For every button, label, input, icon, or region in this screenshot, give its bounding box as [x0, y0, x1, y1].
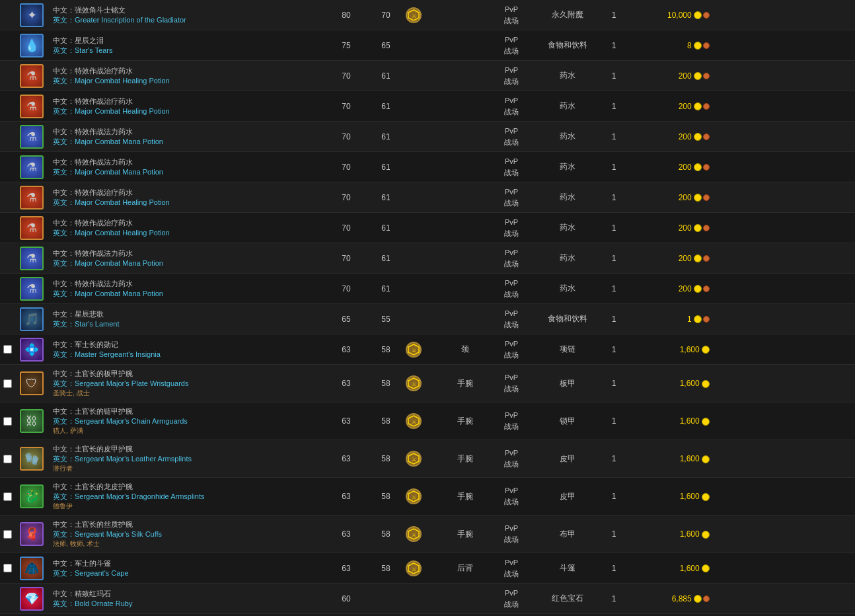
item-icon[interactable]: ⚗ [20, 64, 44, 88]
pvp-line1: PvP [505, 188, 518, 196]
item-icon-col: 🛡 [15, 371, 49, 395]
pvp-type-col: PvP战场 [485, 95, 538, 118]
item-name-en[interactable]: 英文：Major Combat Healing Potion [53, 198, 322, 208]
item-icon[interactable]: ⚗ [20, 216, 44, 240]
checkbox-col[interactable] [0, 345, 15, 354]
item-level: 63 [326, 379, 366, 388]
price-value: 1 [687, 315, 692, 324]
item-icon[interactable]: ⚗ [20, 247, 44, 270]
item-icon[interactable]: ⚗ [20, 186, 44, 210]
item-icon[interactable]: 💎 [20, 587, 44, 611]
pvp-type-col: PvP战场 [485, 4, 538, 26]
item-name-en[interactable]: 英文：Bold Ornate Ruby [53, 599, 322, 609]
item-name-en[interactable]: 英文：Star's Tears [53, 46, 322, 56]
item-icon[interactable]: 🧤 [20, 447, 44, 471]
item-name-zh: 中文：特效作战治疗药水 [53, 66, 322, 76]
item-icon[interactable]: 🧣 [20, 522, 44, 546]
copper-icon [702, 41, 710, 50]
item-name-en[interactable]: 英文：Major Combat Healing Potion [53, 106, 322, 116]
pvp-line2: 战场 [504, 17, 519, 24]
row-checkbox[interactable] [3, 530, 12, 539]
item-name-en[interactable]: 英文：Greater Inscription of the Gladiator [53, 15, 322, 25]
faction-icon: ⚔ [406, 488, 422, 504]
pvp-line1: PvP [505, 449, 518, 457]
item-name-en[interactable]: 英文：Master Sergeant's Insignia [53, 350, 322, 360]
item-icon[interactable]: 🐉 [20, 484, 44, 508]
pvp-line2: 战场 [504, 385, 519, 393]
currency-icon [692, 254, 702, 263]
item-icon[interactable]: ⚗ [20, 277, 44, 301]
item-icon[interactable]: ⚗ [20, 95, 44, 118]
row-checkbox[interactable] [3, 417, 12, 426]
price-value: 200 [679, 132, 692, 141]
price-value: 10,000 [667, 11, 692, 20]
row-checkbox[interactable] [3, 345, 12, 354]
item-icon-col: ⚗ [15, 186, 49, 210]
pvp-line2: 战场 [504, 77, 519, 85]
item-name-en[interactable]: 英文：Star's Lament [53, 319, 322, 329]
item-name-en[interactable]: 英文：Sergeant's Cape [53, 568, 322, 578]
item-icon[interactable]: ⛓ [20, 409, 44, 433]
item-req-level: 61 [366, 71, 406, 81]
item-name-en[interactable]: 英文：Major Combat Mana Potion [53, 167, 322, 177]
item-name-en[interactable]: 英文：Sergeant Major's Silk Cuffs [53, 529, 322, 539]
checkbox-col[interactable] [0, 564, 15, 572]
checkbox-col[interactable] [0, 492, 15, 501]
item-name-col: 中文：特效作战法力药水英文：Major Combat Mana Potion [49, 278, 326, 300]
item-name-en[interactable]: 英文：Major Combat Healing Potion [53, 76, 322, 86]
table-row: 🧥中文：军士的斗篷英文：Sergeant's Cape6358⚔后背PvP战场斗… [0, 553, 855, 584]
item-name-col: 中文：军士长的勋记英文：Master Sergeant's Insignia [49, 338, 326, 361]
item-name-zh: 中文：特效作战治疗药水 [53, 218, 322, 228]
checkbox-col[interactable] [0, 417, 15, 426]
item-name-col: 中文：土官长的丝质护腕英文：Sergeant Major's Silk Cuff… [49, 518, 326, 550]
pvp-line1: PvP [505, 249, 518, 256]
item-name-en[interactable]: 英文：Major Combat Mana Potion [53, 289, 322, 299]
item-icon[interactable]: 🛡 [20, 371, 44, 395]
pvp-type-col: PvP战场 [485, 308, 538, 330]
item-icon[interactable]: 🧥 [20, 557, 44, 580]
item-name-en[interactable]: 英文：Sergeant Major's Plate Wristguards [53, 379, 322, 389]
item-req-level: 61 [366, 193, 406, 202]
checkbox-col[interactable] [0, 379, 15, 388]
pvp-line2: 战场 [504, 260, 519, 268]
checkbox-col[interactable] [0, 455, 15, 463]
item-req-level: 58 [366, 529, 406, 539]
item-icon[interactable]: 🎵 [20, 307, 44, 331]
pvp-type-col: PvP战场 [485, 410, 538, 432]
item-stack: 1 [597, 132, 630, 141]
price-value: 1,600 [680, 416, 700, 426]
item-name-en[interactable]: 英文：Major Combat Healing Potion [53, 228, 322, 238]
currency-icon [692, 11, 702, 20]
item-name-en[interactable]: 英文：Sergeant Major's Dragonhide Armsplint… [53, 492, 322, 502]
item-price: 200 [630, 102, 716, 111]
row-checkbox[interactable] [3, 492, 12, 501]
item-price: 1,600 [630, 564, 716, 573]
item-icon[interactable]: 💧 [20, 34, 44, 58]
item-name-zh: 中文：特效作战法力药水 [53, 127, 322, 137]
item-icon[interactable]: ✦ [20, 3, 44, 27]
item-name-zh: 中文：军士长的勋记 [53, 340, 322, 350]
checkbox-col[interactable] [0, 530, 15, 539]
row-checkbox[interactable] [3, 379, 12, 388]
item-name-en[interactable]: 英文：Major Combat Mana Potion [53, 258, 322, 268]
pvp-line1: PvP [505, 589, 518, 597]
item-level: 63 [326, 492, 366, 501]
item-name-zh: 中文：强效角斗士铭文 [53, 5, 322, 15]
item-icon[interactable]: ⚗ [20, 155, 44, 179]
item-icon[interactable]: 💠 [20, 338, 44, 362]
price-value: 1,600 [680, 564, 700, 573]
item-icon[interactable]: ⚗ [20, 125, 44, 149]
item-name-en[interactable]: 英文：Sergeant Major's Chain Armguards [53, 416, 322, 426]
pvp-line1: PvP [505, 411, 518, 419]
row-checkbox[interactable] [3, 455, 12, 463]
currency-icon [692, 223, 702, 233]
copper-icon [702, 163, 710, 172]
item-category: 布甲 [538, 529, 597, 540]
faction-col: ⚔ [406, 526, 445, 542]
row-checkbox[interactable] [3, 564, 12, 572]
pvp-line2: 战场 [504, 570, 519, 578]
item-name-en[interactable]: 英文：Major Combat Mana Potion [53, 137, 322, 147]
faction-icon: ⚔ [406, 526, 422, 542]
currency-icon [692, 315, 702, 324]
item-name-en[interactable]: 英文：Sergeant Major's Leather Armsplints [53, 454, 322, 464]
